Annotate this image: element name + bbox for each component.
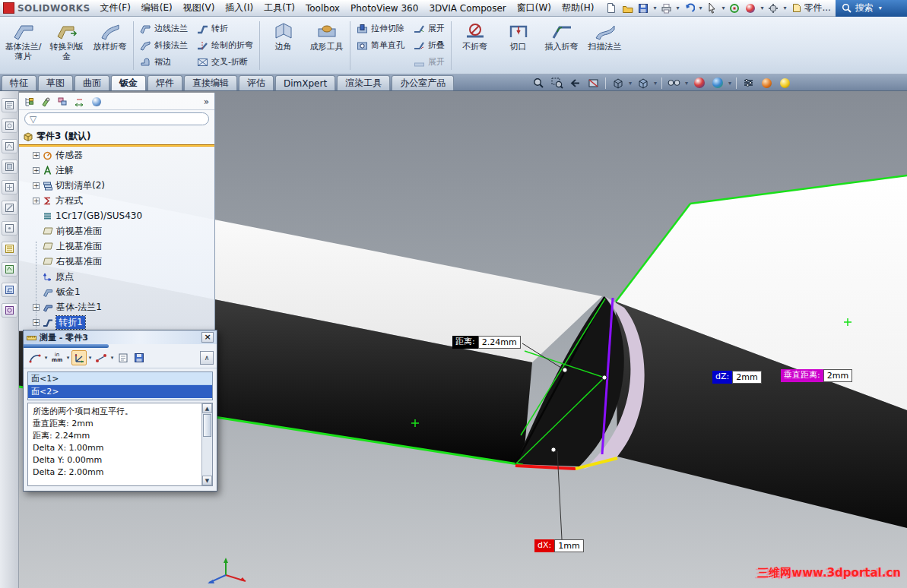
menu-3dvia[interactable]: 3DVIA Composer <box>423 1 511 16</box>
side-toolbar-button-3[interactable] <box>2 139 17 153</box>
base-flange-button[interactable]: 基体法兰/薄片 <box>2 18 45 73</box>
tab-features[interactable]: 特征 <box>2 75 36 90</box>
tab-surfaces[interactable]: 曲面 <box>75 75 109 90</box>
hide-show-items-button[interactable] <box>665 75 683 90</box>
menu-toolbox[interactable]: Toolbox <box>300 1 345 16</box>
convert-to-sheet-metal-button[interactable]: 转换到钣金 <box>45 18 88 73</box>
lighting-button[interactable] <box>776 75 794 90</box>
rebuild-button[interactable] <box>727 2 742 15</box>
swept-flange-button[interactable]: 扫描法兰 <box>583 18 626 73</box>
menu-view[interactable]: 视图(V) <box>178 0 220 17</box>
scroll-down-icon[interactable]: ▼ <box>202 476 212 485</box>
hem-button[interactable]: 褶边 <box>135 54 192 70</box>
side-toolbar-button-2[interactable] <box>2 119 17 133</box>
side-toolbar-button-10[interactable] <box>2 283 17 297</box>
lofted-bend-button[interactable]: 放样折弯 <box>88 18 132 73</box>
side-toolbar-button-5[interactable] <box>2 180 17 194</box>
tree-item-sensors[interactable]: + 传感器 <box>19 147 214 163</box>
section-view-button[interactable] <box>585 75 602 90</box>
distance-callout[interactable]: 距离: 2.24mm <box>452 336 521 349</box>
side-toolbar-button-1[interactable] <box>2 98 17 112</box>
display-style-dropdown-icon[interactable]: ▾ <box>652 80 658 87</box>
units-icon[interactable]: inmm <box>49 350 65 365</box>
tab-weldments[interactable]: 焊件 <box>147 75 182 90</box>
options-dropdown-icon[interactable]: ▾ <box>782 5 788 11</box>
edge-flange-button[interactable]: 边线法兰 <box>135 21 192 36</box>
menu-edit[interactable]: 编辑(E) <box>136 0 178 17</box>
tree-item-cut-list[interactable]: + 切割清单(2) <box>19 178 214 193</box>
no-bends-button[interactable]: 不折弯 <box>453 18 496 73</box>
scene-dropdown-icon[interactable]: ▾ <box>727 80 733 87</box>
select-pointer-button[interactable] <box>704 2 719 15</box>
print-dropdown-icon[interactable]: ▾ <box>674 5 680 11</box>
camera-button[interactable] <box>758 75 775 90</box>
previous-view-button[interactable] <box>566 75 584 90</box>
search-box[interactable]: 搜索 ▾ <box>836 0 907 17</box>
side-toolbar-button-7[interactable] <box>2 221 17 236</box>
configuration-manager-tab-icon[interactable] <box>55 95 70 108</box>
cross-break-button[interactable]: 交叉-折断 <box>192 54 258 70</box>
view-orientation-dropdown-icon[interactable]: ▾ <box>627 80 633 87</box>
undo-dropdown-icon[interactable]: ▾ <box>697 5 703 11</box>
forming-tool-button[interactable]: 成形工具 <box>305 18 348 73</box>
tree-item-origin[interactable]: 原点 <box>19 269 214 284</box>
tree-root-label[interactable]: 零件3 (默认) <box>36 130 91 143</box>
tree-item-right-plane[interactable]: 右视基准面 <box>19 254 214 269</box>
side-toolbar-button-8[interactable] <box>2 242 17 256</box>
menu-window[interactable]: 窗口(W) <box>512 0 557 17</box>
vertical-distance-callout[interactable]: 垂直距离: 2mm <box>781 369 852 382</box>
arc-measure-icon[interactable] <box>27 350 43 365</box>
side-toolbar-button-4[interactable] <box>2 160 17 174</box>
appearance-button[interactable] <box>743 2 758 15</box>
display-style-button[interactable] <box>634 75 652 90</box>
dz-callout[interactable]: dZ: 2mm <box>712 371 762 384</box>
open-document-button[interactable] <box>620 2 635 15</box>
collapse-panel-icon[interactable]: ∧ <box>200 351 214 365</box>
search-dropdown-icon[interactable]: ▾ <box>877 5 883 11</box>
expand-icon[interactable]: + <box>33 198 40 204</box>
dimxpert-manager-tab-icon[interactable] <box>72 95 87 108</box>
menu-tools[interactable]: 工具(T) <box>258 0 300 17</box>
tree-item-material[interactable]: 1Cr17(GB)/SUS430 <box>19 208 214 223</box>
tab-direct-editing[interactable]: 直接编辑 <box>184 75 237 90</box>
expand-icon[interactable]: + <box>33 182 40 189</box>
tree-item-top-plane[interactable]: 上视基准面 <box>19 239 214 254</box>
tree-item-front-plane[interactable]: 前视基准面 <box>19 223 214 239</box>
rip-button[interactable]: 切口 <box>496 18 540 73</box>
display-manager-tab-icon[interactable] <box>89 95 103 108</box>
menu-photoview[interactable]: PhotoView 360 <box>345 1 423 16</box>
select-dropdown-icon[interactable]: ▾ <box>720 5 726 11</box>
print-button[interactable] <box>658 2 674 15</box>
tree-header-more-icon[interactable]: » <box>201 96 211 107</box>
show-xyz-icon[interactable] <box>71 350 87 365</box>
zoom-fit-button[interactable] <box>530 75 547 90</box>
zoom-area-button[interactable] <box>548 75 566 90</box>
tab-sheet-metal[interactable]: 钣金 <box>111 75 146 90</box>
unfold-button[interactable]: 展开 <box>409 21 449 36</box>
point-to-point-dropdown-icon[interactable]: ▾ <box>109 355 115 361</box>
simple-hole-button[interactable]: 简单直孔 <box>352 37 409 53</box>
feature-manager-tab-icon[interactable] <box>22 95 36 108</box>
miter-flange-button[interactable]: 斜接法兰 <box>135 37 192 53</box>
measure-selection-list[interactable]: 面<1> 面<2> <box>27 371 213 400</box>
undo-button[interactable] <box>681 2 696 15</box>
expand-icon[interactable]: + <box>33 152 40 159</box>
selection-item-face1[interactable]: 面<1> <box>28 372 212 385</box>
tree-item-sheet-metal[interactable]: 钣金1 <box>19 284 214 299</box>
measure-dialog-title-bar[interactable]: 测量 - 零件3 × <box>24 330 217 344</box>
tab-dimxpert[interactable]: DimXpert <box>275 75 335 90</box>
view-orientation-button[interactable] <box>609 75 626 90</box>
arc-measure-dropdown-icon[interactable]: ▾ <box>43 355 49 361</box>
tab-evaluate[interactable]: 评估 <box>239 75 274 90</box>
edit-appearance-button[interactable] <box>690 75 708 90</box>
extruded-cut-button[interactable]: 拉伸切除 <box>352 21 409 36</box>
side-toolbar-button-11[interactable] <box>2 303 17 318</box>
apply-scene-button[interactable] <box>709 75 726 90</box>
menu-file[interactable]: 文件(F) <box>95 0 136 17</box>
tree-root-item[interactable]: 零件3 (默认) <box>19 128 214 144</box>
flatten-button[interactable]: 展开 <box>409 54 449 70</box>
side-toolbar-button-9[interactable] <box>2 262 17 277</box>
appearance-dropdown-icon[interactable]: ▾ <box>759 5 765 11</box>
dx-callout[interactable]: dX: 1mm <box>534 539 584 552</box>
selection-item-face2[interactable]: 面<2> <box>28 385 212 398</box>
